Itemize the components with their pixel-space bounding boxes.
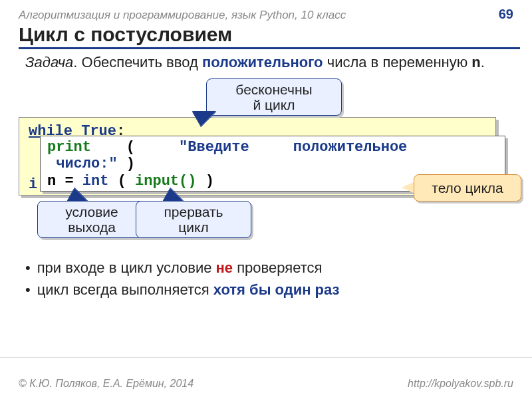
callout-infinite-loop: бесконечны й цикл <box>206 78 342 116</box>
footer-copyright: © К.Ю. Поляков, Е.А. Ерёмин, 2014 <box>19 378 194 390</box>
kw-int: int <box>82 173 109 190</box>
task-label: Задача <box>25 54 73 70</box>
callout-exit-condition: условие выхода <box>37 201 146 238</box>
kw-print: print <box>47 139 91 156</box>
bullet-icon: • <box>25 257 31 279</box>
bullet-icon: • <box>25 279 31 301</box>
page-number: 69 <box>499 7 513 22</box>
list-item: • при входе в цикл условие не проверяетс… <box>25 257 339 279</box>
page-title: Цикл с постусловием <box>19 23 520 49</box>
kw-input: input() <box>135 173 196 190</box>
course-label: Алгоритмизация и программирование, язык … <box>19 9 346 22</box>
callout-tail <box>193 112 215 126</box>
bullet-list: • при входе в цикл условие не проверяетс… <box>25 257 339 301</box>
kw-if-fragment: i <box>29 176 37 193</box>
callout-break: прервать цикл <box>136 201 251 238</box>
task-text: Задача. Обеспечить ввод положительного ч… <box>25 53 492 72</box>
list-item: • цикл всегда выполняется хотя бы один р… <box>25 279 339 301</box>
callout-loop-body: тело цикла <box>414 174 521 201</box>
footer-url: http://kpolyakov.spb.ru <box>408 378 513 390</box>
